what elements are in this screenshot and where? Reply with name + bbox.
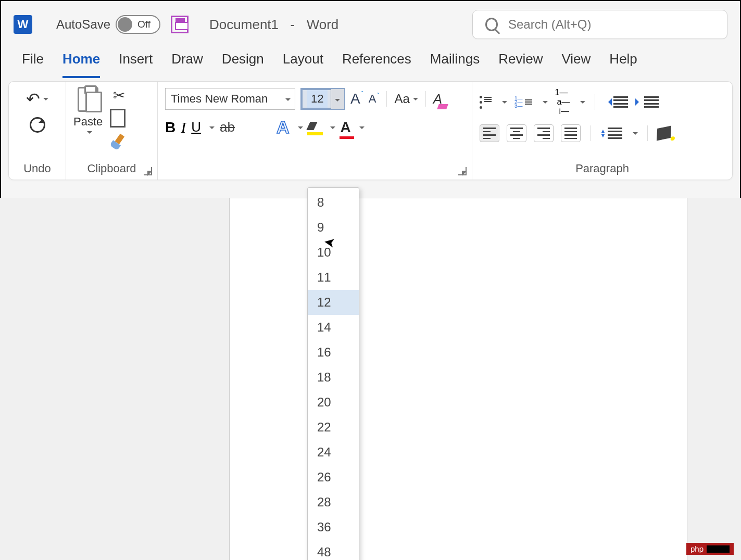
shading-button[interactable] [657,126,671,141]
chevron-down-icon[interactable] [87,131,92,136]
strikethrough-button[interactable]: ab [220,119,235,135]
group-font: Times New Roman 12 Aˆ Aˇ Aa A B I U [158,82,472,180]
font-color-button[interactable]: A [341,119,351,136]
autosave-toggle[interactable]: Off [116,15,160,34]
font-size-option[interactable]: 36 [308,515,359,540]
chevron-down-icon[interactable] [543,101,548,106]
font-size-option[interactable]: 18 [308,365,359,390]
shrink-font-button[interactable]: Aˇ [369,92,380,106]
font-size-option[interactable]: 26 [308,465,359,490]
watermark-text: php [690,544,704,553]
undo-button[interactable]: ↶ [26,89,48,109]
change-case-button[interactable]: Aa [394,92,418,106]
bold-button[interactable]: B [165,119,175,136]
font-size-option[interactable]: 22 [308,415,359,440]
tab-draw[interactable]: Draw [171,51,203,78]
group-paragraph-label: Paragraph [472,160,732,180]
clipboard-icon [78,87,98,112]
autosave-label: AutoSave [56,17,110,32]
tab-view[interactable]: View [561,51,591,78]
highlight-button[interactable] [308,122,322,133]
text-effects-button[interactable]: A [277,117,290,137]
chevron-down-icon[interactable] [580,101,585,106]
tab-help[interactable]: Help [609,51,637,78]
save-icon[interactable] [171,16,189,33]
font-size-option[interactable]: 12 [308,290,359,315]
font-size-option[interactable]: 8 [308,190,359,215]
search-icon [485,18,498,31]
align-center-button[interactable] [507,124,526,142]
text-effects-menu-button[interactable] [298,126,303,132]
font-size-option[interactable]: 16 [308,340,359,365]
grow-font-button[interactable]: Aˆ [350,91,363,107]
tab-home[interactable]: Home [62,51,100,78]
italic-button[interactable]: I [181,119,186,136]
word-app-icon: W [14,15,32,34]
clear-formatting-button[interactable]: A [433,91,442,107]
font-color-menu-button[interactable] [359,126,365,132]
font-size-combobox[interactable]: 12 [300,88,345,110]
tab-references[interactable]: References [342,51,411,78]
clipboard-label-text: Clipboard [87,162,136,175]
separator [425,91,426,107]
cut-button[interactable]: ✂ [113,87,125,104]
align-left-button[interactable] [480,124,499,142]
tab-mailings[interactable]: Mailings [430,51,480,78]
font-size-dropdown-button[interactable] [331,89,344,109]
tab-layout[interactable]: Layout [283,51,323,78]
tab-file[interactable]: File [22,51,44,78]
font-size-option[interactable]: 24 [308,440,359,465]
clipboard-dialog-launcher-icon[interactable] [144,167,152,175]
increase-indent-button[interactable] [635,96,659,108]
font-size-option[interactable]: 20 [308,390,359,415]
paste-label: Paste [73,115,103,129]
search-box[interactable] [472,10,727,39]
font-size-option[interactable]: 11 [308,265,359,290]
numbering-button[interactable]: 1—2—3— [514,97,532,108]
format-painter-button[interactable] [109,132,129,152]
font-name-combobox[interactable]: Times New Roman [165,88,295,110]
group-paragraph: 1—2—3— 1—a—i— ▲▼ [472,82,732,180]
line-spacing-button[interactable]: ▲▼ [600,128,622,139]
tab-review[interactable]: Review [498,51,543,78]
font-size-value: 12 [307,90,328,108]
multilevel-list-button[interactable]: 1—a—i— [555,88,570,116]
eraser-icon [437,104,448,109]
bullets-button[interactable] [480,96,492,109]
tab-insert[interactable]: Insert [119,51,153,78]
watermark-redacted [707,545,730,553]
tab-design[interactable]: Design [222,51,264,78]
search-input[interactable] [508,17,714,32]
chevron-down-icon[interactable] [43,98,48,103]
font-size-option[interactable]: 28 [308,490,359,515]
highlight-menu-button[interactable] [330,126,335,132]
font-size-option[interactable]: 48 [308,540,359,560]
word-app-letter: W [18,18,29,31]
window-title: Document1 - Word [209,17,338,33]
font-name-value: Times New Roman [171,92,268,106]
font-size-option[interactable]: 14 [308,315,359,340]
align-right-button[interactable] [534,124,554,142]
font-size-option[interactable]: 10 [308,240,359,265]
decrease-indent-button[interactable] [605,96,628,108]
repeat-button[interactable] [30,117,45,133]
document-name: Document1 [209,17,279,32]
autosave-state: Off [137,19,150,30]
underline-menu-button[interactable] [209,126,215,132]
underline-button[interactable]: U [191,119,201,135]
title-bar: W AutoSave Off Document1 - Word [1,1,740,48]
font-dialog-launcher-icon[interactable] [458,167,467,175]
toggle-knob [118,17,132,32]
font-size-option[interactable]: 9 [308,215,359,240]
chevron-down-icon[interactable] [633,132,638,137]
align-justify-button[interactable] [561,124,581,142]
document-page[interactable] [229,198,687,560]
document-area [0,198,741,560]
chevron-down-icon[interactable] [413,98,418,103]
autosave-control: AutoSave Off [56,15,160,34]
copy-button[interactable] [112,111,125,127]
ribbon: ↶ Undo Paste ✂ Clipboard [8,81,733,180]
paste-button[interactable]: Paste [73,87,103,135]
chevron-down-icon[interactable] [285,98,291,104]
chevron-down-icon[interactable] [502,101,507,106]
